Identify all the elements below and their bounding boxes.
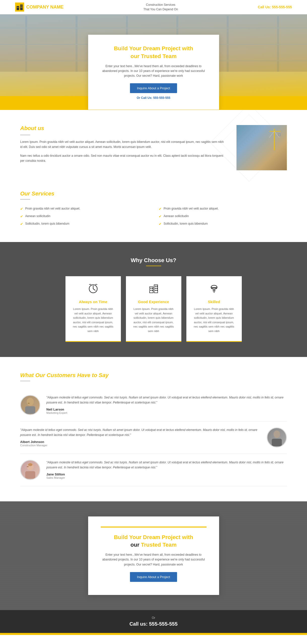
services-grid: ✔ Proin gravida nibh vel velit auctor al… — [20, 206, 287, 227]
why-card-2: Skilled Lorem Ipsum. Proin gravida nibh … — [186, 276, 242, 342]
why-card-body-0: Lorem Ipsum. Proin gravida nibh vel veli… — [72, 307, 115, 334]
svg-rect-32 — [152, 290, 153, 291]
svg-rect-23 — [278, 134, 280, 136]
crane-icon — [267, 128, 282, 153]
cta-button[interactable]: Inquire About a Project — [130, 572, 177, 582]
why-card-0: Always on Time Lorem Ipsum. Proin gravid… — [65, 276, 121, 342]
footer-call-text: Call us: 555-555-555 — [6, 621, 301, 627]
hero-or-call: Or Call Us: 555-555-555 — [101, 96, 207, 100]
logo-text: COMPANY NAME — [26, 5, 63, 10]
cta-section: Build Your Dream Project with our Truste… — [0, 501, 307, 610]
testimonial-text-1: "Aliquam molestie id tellus eget commodo… — [20, 427, 261, 447]
footer-yellow-bar — [0, 633, 307, 635]
testimonial-name-2: Jane Stilton — [46, 472, 287, 476]
svg-rect-4 — [21, 6, 21, 6]
about-section: About us Lorem Ipsum. Proin gravida nibh… — [0, 110, 307, 185]
testimonial-quote-1: "Aliquam molestie id tellus eget commodo… — [20, 427, 261, 438]
testimonial-avatar-albert — [267, 427, 287, 448]
svg-rect-30 — [152, 288, 153, 289]
hero-body: Enter your text here...We've heard them … — [101, 64, 207, 78]
why-card-title-0: Always on Time — [72, 300, 115, 304]
service-item-2: ✔ Aenean sollicitudin — [20, 213, 149, 219]
svg-rect-38 — [156, 290, 157, 291]
service-item-4: ✔ Proin gravida nibh vel velit auctor al… — [159, 206, 287, 212]
svg-rect-50 — [25, 471, 35, 479]
testimonial-avatar-jane — [20, 460, 40, 480]
about-image — [236, 125, 287, 170]
svg-rect-47 — [272, 439, 282, 446]
hero-heading: Build Your Dream Project with our Truste… — [101, 45, 207, 60]
hero-card: Build Your Dream Project with our Truste… — [88, 35, 219, 110]
svg-point-46 — [274, 430, 280, 438]
header-tagline: Construction Services That You Can Depen… — [143, 3, 178, 12]
testimonial-item-0: "Aliquam molestie id tellus eget commodo… — [20, 389, 287, 421]
service-check-icon-3: ✔ — [20, 222, 23, 226]
service-item-1: ✔ Proin gravida nibh vel velit auctor al… — [20, 206, 149, 212]
testimonials-heading: What Our Customers Have to Say — [20, 372, 287, 379]
svg-point-49 — [28, 463, 32, 466]
about-content: About us Lorem Ipsum. Proin gravida nibh… — [20, 125, 226, 167]
testimonial-name-1: Albert Johnson — [20, 440, 261, 444]
why-card-icon-0 — [72, 284, 115, 296]
testimonial-text-2: "Aliquam molestie id tellus eget commodo… — [46, 460, 287, 479]
testimonial-text-0: "Aliquam molestie id tellus eget commodo… — [46, 395, 287, 415]
hero-section: Build Your Dream Project with our Truste… — [0, 14, 307, 110]
svg-rect-15 — [0, 27, 307, 28]
header-call[interactable]: Call Us: 555-555-555 — [258, 5, 292, 9]
about-paragraph2: Nam nec tellus a odio tincidunt auctor a… — [20, 153, 226, 164]
svg-point-45 — [28, 403, 30, 404]
testimonial-quote-2: "Aliquam molestie id tellus eget commodo… — [46, 460, 287, 470]
svg-rect-5 — [22, 6, 22, 6]
services-heading: Our Services — [20, 190, 287, 197]
cta-heading: Build Your Dream Project with our Truste… — [101, 534, 207, 549]
svg-rect-44 — [25, 406, 35, 414]
svg-point-51 — [27, 466, 29, 467]
svg-rect-7 — [22, 7, 22, 8]
testimonial-quote-0: "Aliquam molestie id tellus eget commodo… — [46, 395, 287, 405]
cta-body: Enter your text here...We've heard them … — [101, 552, 207, 567]
why-card-title-2: Skilled — [192, 300, 236, 304]
svg-line-26 — [93, 289, 95, 290]
testimonials-divider — [20, 381, 30, 381]
testimonial-avatar-neil — [20, 395, 40, 415]
svg-rect-36 — [156, 288, 157, 289]
logo-icon — [15, 3, 24, 12]
why-card-body-2: Lorem Ipsum. Proin gravida nibh vel veli… — [192, 307, 236, 334]
svg-rect-40 — [211, 287, 217, 288]
logo: COMPANY NAME — [15, 3, 63, 12]
svg-rect-37 — [155, 290, 156, 291]
about-paragraph1: Lorem Ipsum. Proin gravida nibh vel veli… — [20, 139, 226, 150]
testimonial-role-1: Construction Manager — [20, 444, 261, 447]
site-header: COMPANY NAME Construction Services That … — [0, 0, 307, 14]
footer-or: Or — [6, 616, 301, 620]
svg-rect-0 — [17, 6, 19, 10]
footer-call: Or Call us: 555-555-555 — [0, 610, 307, 633]
svg-rect-6 — [21, 7, 21, 8]
services-section: Our Services ✔ Proin gravida nibh vel ve… — [0, 185, 307, 242]
cta-card: Build Your Dream Project with our Truste… — [88, 516, 219, 595]
testimonials-section: What Our Customers Have to Say "Aliquam … — [0, 357, 307, 501]
why-card-body-1: Lorem Ipsum. Proin gravida nibh vel veli… — [132, 307, 175, 334]
testimonial-role-2: Sales Manager — [46, 476, 287, 479]
testimonial-name-0: Neil Larson — [46, 408, 287, 411]
why-divider — [146, 266, 161, 266]
service-item-5: ✔ Aenean sollicitudin — [159, 213, 287, 219]
hero-cta-button[interactable]: Inquire About a Project — [130, 83, 177, 93]
svg-rect-29 — [150, 288, 151, 289]
service-item-6: ✔ Sollicitudin, lorem quis bibendum — [159, 221, 287, 227]
why-card-title-1: Good Experience — [132, 300, 175, 304]
service-check-icon-4: ✔ — [159, 207, 162, 211]
svg-rect-34 — [156, 286, 157, 287]
svg-line-20 — [269, 131, 274, 138]
service-check-icon-5: ✔ — [159, 214, 162, 218]
about-heading: About us — [20, 125, 226, 132]
service-check-icon-2: ✔ — [20, 214, 23, 218]
testimonial-item-1: "Aliquam molestie id tellus eget commodo… — [20, 421, 287, 454]
svg-rect-33 — [155, 286, 156, 287]
svg-rect-2 — [17, 7, 18, 8]
why-card-1: Good Experience Lorem Ipsum. Proin gravi… — [126, 276, 181, 342]
svg-point-43 — [27, 398, 34, 406]
svg-rect-1 — [20, 5, 23, 10]
why-card-icon-2 — [192, 284, 236, 296]
service-item-3: ✔ Sollicitudin, lorem quis bibendum — [20, 221, 149, 227]
